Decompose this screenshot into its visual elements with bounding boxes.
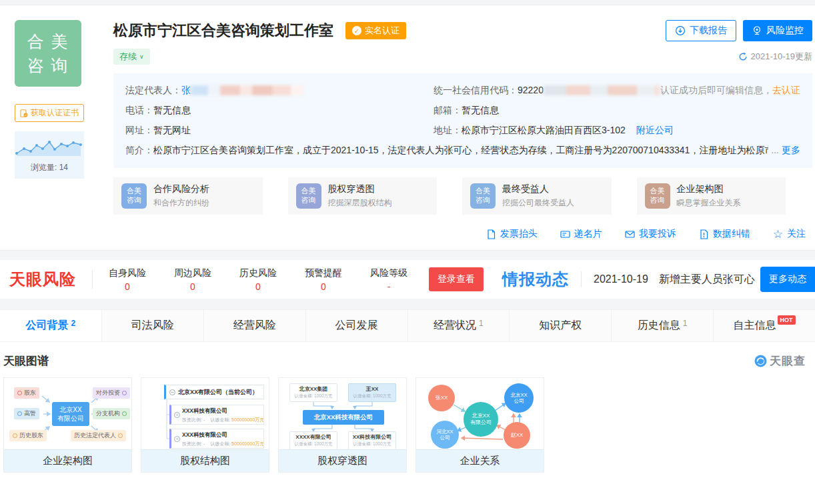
tianyancha-logo-icon <box>754 355 767 367</box>
chip-historical-shareholders-label: 历史股东 <box>19 431 43 440</box>
graph-card-company-relations[interactable]: 张XX 北京XX 公司 北京XX 有限公司 河北XX 公司 赵XX 企业 <box>416 377 544 473</box>
info-row-3: 网址： 暂无网址 地址： 松原市宁江区松原大路油田百西区3-102 附近公司 <box>125 120 800 140</box>
tab-intellectual-property[interactable]: 知识产权 <box>510 310 612 341</box>
graph-card-equity-structure-label[interactable]: 股权结构图 <box>141 449 269 472</box>
tab-operation-risk[interactable]: 经营风险 <box>204 310 306 341</box>
tab-company-development[interactable]: 公司发展 <box>306 310 408 341</box>
risk-monitor-label: 风险监控 <box>766 25 804 37</box>
business-card-label: 递名片 <box>574 228 602 240</box>
equity-child-node-2: + XXX科技有限公司 投资比例: - 认缴金额: 500000000万元 <box>169 429 264 449</box>
complaint-link[interactable]: 我要投诉 <box>625 228 676 240</box>
graph-card-equity-penetration-label[interactable]: 股权穿透图 <box>279 449 406 472</box>
intro-ellipsis: ... <box>771 140 779 160</box>
equity-structure-preview: − 北京XX有限公司（当前公司） + XXX科技有限公司 投资比例: - 认缴金… <box>141 378 269 449</box>
divider <box>581 271 582 287</box>
promo-icon-0: 合美 咨询 <box>121 183 147 209</box>
equity-child-2-amount-label: 认缴金额: <box>210 441 230 446</box>
promo-icon-3-line1: 合美 <box>650 187 665 196</box>
stat-history-risk[interactable]: 历史风险 0 <box>239 267 277 292</box>
intel-dynamics-logo: 情报动态 <box>502 269 569 290</box>
promo-subtitle-1: 挖掘深层股权结构 <box>328 197 392 209</box>
relation-node-center-line1: 北京XX <box>472 413 490 419</box>
relation-node-hebei-line2: 公司 <box>440 435 450 441</box>
tab-history-info[interactable]: 历史信息 1 <box>612 310 714 341</box>
intro-more-link[interactable]: 更多 <box>782 140 800 160</box>
chip-shareholders: 股东 <box>14 387 39 399</box>
divider <box>92 270 93 289</box>
promo-icon-1-line2: 咨询 <box>301 196 316 205</box>
website-label: 网址： <box>125 120 153 140</box>
shareholder-dot-icon <box>17 391 22 395</box>
stat-peripheral-risk-value: 0 <box>174 281 211 292</box>
edit-hint-text: 认证成功后即可编辑信息， <box>660 80 772 100</box>
company-status-tag[interactable]: 存续 ∨ <box>113 49 150 65</box>
legal-rep-visible[interactable]: 张 <box>181 80 191 100</box>
graph-card-org-structure-label[interactable]: 企业架构图 <box>4 449 131 472</box>
penetration-bottom-node-2: XX科技有限公司 认缴金额: 1000万元 <box>348 431 396 449</box>
get-certificate-button[interactable]: 获取认证证书 <box>15 104 84 122</box>
penetration-top-1-name: 北京XX集团 <box>290 386 337 393</box>
invoice-title-label: 发票抬头 <box>500 228 538 240</box>
more-dynamics-button[interactable]: 更多动态 <box>760 267 815 292</box>
chip-outbound-investment: 对外投资 <box>93 387 130 399</box>
promo-cards-row: 合美 咨询 合作风险分析 和合作方的纠纷 合美 咨询 股权穿透图 挖掘深层股权结… <box>113 177 786 215</box>
graph-card-equity-penetration[interactable]: 北京XX集团 认缴金额: 1000万元 王XX 认缴金额: 1000万元 北京X… <box>278 377 407 473</box>
legal-rep-label: 法定代表人： <box>125 80 181 100</box>
go-verify-link[interactable]: 去认证 <box>772 80 800 100</box>
promo-subtitle-0: 和合作方的纠纷 <box>153 197 209 209</box>
action-links-row: 发票抬头 递名片 我要投诉 数据纠错 ☆ 关注 <box>0 228 815 251</box>
invoice-title-link[interactable]: 发票抬头 <box>486 228 538 240</box>
penetration-top-node-2: 王XX 认缴金额: 1000万元 <box>348 383 396 402</box>
promo-icon-1: 合美 咨询 <box>296 183 321 209</box>
promo-card-beneficiary[interactable]: 合美 咨询 最终受益人 挖掘公司最终受益人 <box>462 177 612 215</box>
promo-card-equity-penetration[interactable]: 合美 咨询 股权穿透图 挖掘深层股权结构 <box>288 177 438 215</box>
chip-branches: 分支机构 <box>93 408 130 419</box>
graph-card-org-structure[interactable]: 股东 对外投资 高管 分支机构 历史股东 <box>3 377 132 473</box>
nearby-companies-link[interactable]: 附近公司 <box>636 120 674 140</box>
stat-warning[interactable]: 预警提醒 0 <box>305 267 342 292</box>
phone-label: 电话： <box>125 100 153 120</box>
penetration-top-2-name: 王XX <box>349 386 395 393</box>
stat-self-risk[interactable]: 自身风险 0 <box>109 267 146 292</box>
expand-icon: + <box>174 436 180 442</box>
graph-card-company-relations-label[interactable]: 企业关系 <box>416 449 544 472</box>
views-widget: 浏览量: 14 <box>15 131 84 179</box>
promo-card-org-chart[interactable]: 合美 咨询 企业架构图 瞬息掌握企业关系 <box>637 177 786 215</box>
login-to-view-button[interactable]: 登录查看 <box>429 267 484 291</box>
equity-root-label: 北京XX有限公司（当前公司） <box>178 388 258 397</box>
tab-company-development-label: 公司发展 <box>335 319 378 333</box>
phone-value: 暂无信息 <box>153 100 191 120</box>
credit-code-visible: 92220 <box>518 80 544 100</box>
risk-monitor-button[interactable]: 风险监控 <box>743 20 812 41</box>
stat-risk-level[interactable]: 风险等级 - <box>370 267 408 292</box>
promo-card-cooperation-risk[interactable]: 合美 咨询 合作风险分析 和合作方的纠纷 <box>113 177 263 215</box>
verified-badge[interactable]: ✓ 实名认证 <box>345 22 406 39</box>
org-center-line2: 有限公司 <box>57 414 84 423</box>
refresh-icon[interactable] <box>738 52 748 61</box>
promo-subtitle-3: 瞬息掌握企业关系 <box>677 197 741 209</box>
graph-card-equity-structure[interactable]: − 北京XX有限公司（当前公司） + XXX科技有限公司 投资比例: - 认缴金… <box>141 377 269 473</box>
risk-intel-row: 天眼风险 自身风险 0 周边风险 0 历史风险 0 预警提醒 0 风险等级 - … <box>0 260 815 299</box>
chip-shareholders-label: 股东 <box>24 389 36 397</box>
tab-operating-status-count: 1 <box>479 319 484 328</box>
intel-event-text[interactable]: 新增主要人员张可心（未知） <box>659 273 760 287</box>
address-value: 松原市宁江区松原大路油田百西区3-102 <box>462 120 626 140</box>
address-label: 地址： <box>434 120 462 140</box>
download-report-button[interactable]: 下载报告 <box>666 20 736 41</box>
website-value: 暂无网址 <box>153 120 191 140</box>
invoice-icon <box>486 229 496 239</box>
follow-link[interactable]: ☆ 关注 <box>773 228 806 240</box>
business-card-link[interactable]: 递名片 <box>560 228 602 240</box>
equity-root-node: − 北京XX有限公司（当前公司） <box>164 385 264 399</box>
chip-branches-label: 分支机构 <box>96 409 120 418</box>
data-correction-link[interactable]: 数据纠错 <box>699 228 750 240</box>
tab-self-info[interactable]: 自主信息 HOT <box>714 310 815 341</box>
card-icon <box>560 229 570 239</box>
equity-penetration-preview: 北京XX集团 认缴金额: 1000万元 王XX 认缴金额: 1000万元 北京X… <box>279 378 406 449</box>
tab-operating-status-label: 经营状况 <box>434 319 476 333</box>
tab-operating-status[interactable]: 经营状况 1 <box>408 310 510 341</box>
tab-company-background[interactable]: 公司背景 2 <box>0 310 102 341</box>
equity-child-1-name: XXX科技有限公司 <box>182 407 260 415</box>
stat-peripheral-risk[interactable]: 周边风险 0 <box>174 267 211 292</box>
tab-judicial-risk[interactable]: 司法风险 <box>102 310 204 341</box>
